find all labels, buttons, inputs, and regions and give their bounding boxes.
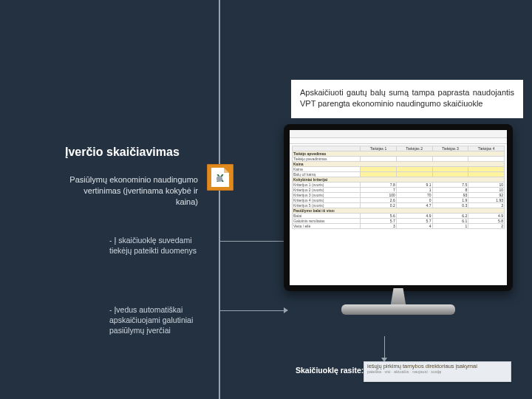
connector-line: [219, 241, 284, 242]
link-preview-chip[interactable]: iešųjų pirkimų tarnybos direktoriaus įsa…: [364, 361, 511, 382]
chip-title: iešųjų pirkimų tarnybos direktoriaus įsa…: [367, 364, 508, 369]
callout-input-data: - Į skaičiuoklę suvedami tiekėjų pateikt…: [109, 235, 213, 256]
chip-subtitle: paieška · visi · aktualūs · naujausi · s…: [367, 369, 508, 374]
spreadsheet-screen: Tiekėjas 1Tiekėjas 2Tiekėjas 3Tiekėjas 4…: [290, 130, 507, 285]
section-heading: Įverčio skaičiavimas: [65, 146, 180, 159]
connector-line: [219, 310, 284, 311]
timeline-node: [216, 176, 222, 182]
section-subtitle: Pasiūlymų ekonominio naudingumo vertinim…: [65, 174, 198, 208]
info-note: Apskaičiuoti gautų balų sumą tampa papra…: [291, 80, 523, 118]
footer-label: Skaičiuoklę rasite:: [296, 366, 364, 375]
callout-auto-results: - Įvedus automatiškai apskaičiuojami gal…: [109, 304, 220, 336]
monitor-illustration: Tiekėjas 1Tiekėjas 2Tiekėjas 3Tiekėjas 4…: [284, 124, 513, 324]
vertical-divider: [219, 0, 220, 399]
connector-line: [384, 336, 385, 358]
